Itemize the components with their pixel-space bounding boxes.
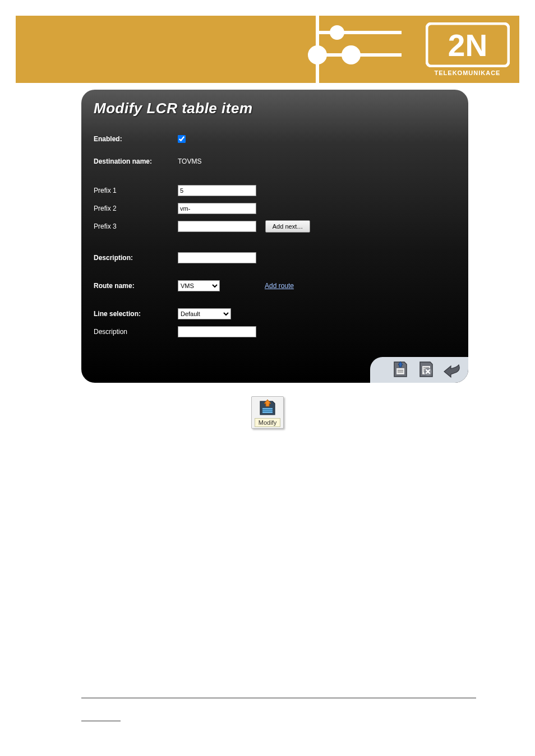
prefix1-input[interactable]: [178, 185, 256, 196]
prefix2-input[interactable]: [178, 203, 256, 214]
svg-rect-10: [398, 372, 403, 373]
svg-rect-9: [398, 370, 403, 371]
destination-label: Destination name:: [94, 157, 178, 165]
svg-rect-18: [262, 408, 273, 413]
route-select[interactable]: VMS: [178, 280, 220, 291]
svg-rect-20: [262, 411, 273, 411]
destination-value: TOVMS: [178, 157, 201, 165]
add-next-button[interactable]: Add next…: [265, 220, 310, 233]
modify-button-label: Modify: [255, 418, 280, 427]
prefix3-label: Prefix 3: [94, 222, 178, 230]
svg-point-4: [343, 47, 359, 63]
description-label: Description:: [94, 254, 178, 262]
line-selection-select[interactable]: Default: [178, 308, 231, 319]
delete-icon[interactable]: [416, 359, 437, 381]
footer-action-bar: [370, 357, 468, 383]
back-icon[interactable]: [441, 359, 463, 381]
modify-button[interactable]: Modify: [251, 396, 284, 429]
footer-divider: [81, 698, 476, 698]
desc2-input[interactable]: [178, 326, 256, 337]
banner-graphic: [289, 16, 413, 83]
panel-title: Modify LCR table item: [94, 100, 456, 117]
add-route-link[interactable]: Add route: [265, 282, 294, 290]
svg-rect-19: [262, 409, 273, 410]
prefix3-input[interactable]: [178, 221, 256, 232]
description-input[interactable]: [178, 252, 256, 263]
svg-text:2N: 2N: [448, 28, 487, 63]
svg-point-5: [331, 27, 343, 38]
line-selection-label: Line selection:: [94, 310, 178, 318]
prefix1-label: Prefix 1: [94, 187, 178, 194]
desc2-label: Description: [94, 328, 178, 336]
lcr-panel: Modify LCR table item Enabled: Destinati…: [81, 90, 468, 383]
save-icon[interactable]: [390, 359, 411, 381]
brand-logo: 2N TELEKOMUNIKACE: [421, 22, 514, 76]
top-banner: 2N TELEKOMUNIKACE: [16, 16, 519, 83]
enabled-label: Enabled:: [94, 135, 178, 143]
svg-rect-8: [396, 368, 404, 374]
brand-tagline: TELEKOMUNIKACE: [421, 69, 514, 76]
enabled-checkbox[interactable]: [178, 135, 186, 143]
route-label: Route name:: [94, 282, 178, 290]
svg-point-3: [310, 47, 325, 63]
footnote-divider: [81, 721, 121, 721]
prefix2-label: Prefix 2: [94, 205, 178, 212]
